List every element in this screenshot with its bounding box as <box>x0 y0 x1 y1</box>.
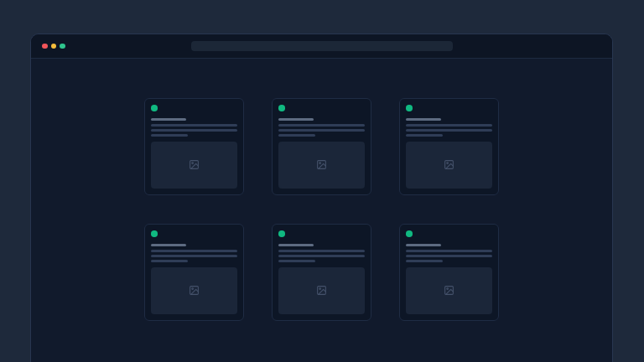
status-dot-icon <box>278 230 285 237</box>
card[interactable] <box>272 98 371 195</box>
maximize-button[interactable] <box>60 44 65 49</box>
skeleton-line <box>406 250 492 252</box>
skeleton-line <box>278 129 365 132</box>
skeleton-title <box>406 244 441 246</box>
skeleton-title <box>278 244 314 246</box>
close-button[interactable] <box>42 44 48 49</box>
skeleton-line <box>278 250 365 252</box>
skeleton-line-short <box>278 260 315 262</box>
status-dot-icon <box>151 230 158 237</box>
image-placeholder-icon <box>316 159 327 170</box>
minimize-button[interactable] <box>51 44 57 49</box>
skeleton-line-short <box>151 134 188 137</box>
status-dot-icon <box>406 105 413 111</box>
image-placeholder <box>278 267 365 315</box>
url-bar[interactable] <box>191 41 453 51</box>
skeleton-line-short <box>278 134 315 137</box>
skeleton-title <box>151 118 186 121</box>
image-placeholder <box>278 142 365 189</box>
skeleton-line <box>406 124 492 127</box>
traffic-lights <box>42 44 65 49</box>
skeleton-line <box>406 255 492 257</box>
image-placeholder <box>151 142 237 189</box>
skeleton-line <box>278 255 365 257</box>
card[interactable] <box>399 98 499 195</box>
skeleton-line <box>151 255 237 257</box>
status-dot-icon <box>406 230 413 237</box>
skeleton-line-short <box>406 260 443 262</box>
skeleton-line-short <box>151 260 188 262</box>
card[interactable] <box>144 224 244 321</box>
card[interactable] <box>399 224 499 321</box>
browser-window <box>30 34 613 362</box>
skeleton-line-short <box>406 134 443 137</box>
image-placeholder-icon <box>444 159 454 170</box>
skeleton-title <box>278 118 314 121</box>
status-dot-icon <box>278 105 285 111</box>
card[interactable] <box>144 98 244 195</box>
image-placeholder-icon <box>189 159 200 170</box>
skeleton-line <box>151 250 237 252</box>
skeleton-line <box>151 129 237 132</box>
status-dot-icon <box>151 105 158 111</box>
skeleton-title <box>406 118 441 121</box>
image-placeholder <box>151 267 237 315</box>
image-placeholder <box>406 142 492 189</box>
card-grid <box>144 98 499 321</box>
skeleton-line <box>151 124 237 127</box>
skeleton-line <box>278 124 365 127</box>
card[interactable] <box>272 224 371 321</box>
skeleton-line <box>406 129 492 132</box>
skeleton-title <box>151 244 186 246</box>
window-titlebar <box>31 34 612 59</box>
image-placeholder <box>406 267 492 315</box>
image-placeholder-icon <box>444 285 454 296</box>
image-placeholder-icon <box>316 285 327 296</box>
page-content <box>31 98 612 362</box>
image-placeholder-icon <box>189 285 200 296</box>
